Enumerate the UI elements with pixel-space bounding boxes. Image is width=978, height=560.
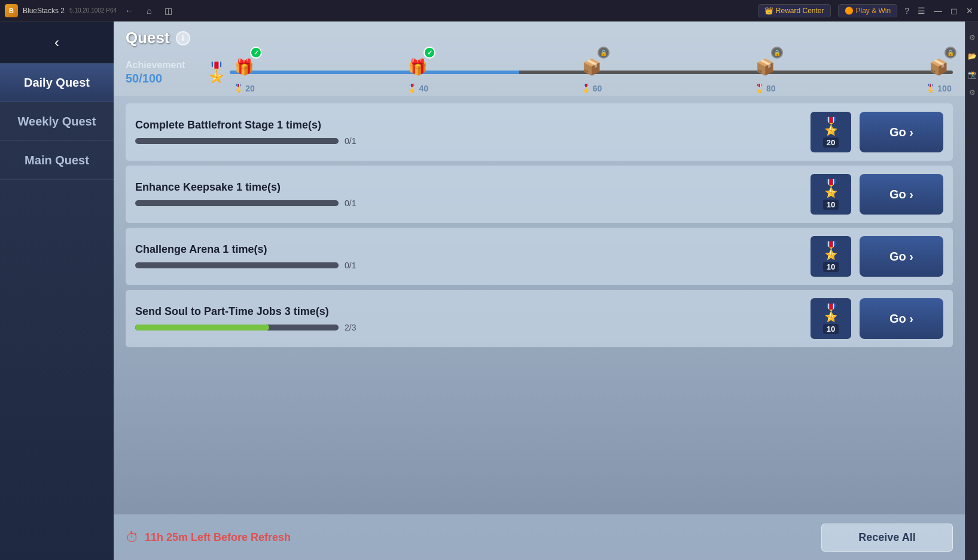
title-bar-nav: ← ⌂ ◫	[121, 5, 176, 17]
restore-button[interactable]: ◻	[950, 6, 958, 16]
milestone-100-points: 🎖️ 100	[925, 84, 951, 93]
achievement-section: Achievement 50/100 🎖️ 🎁 ✓	[126, 54, 953, 96]
quest-item-3-bar	[135, 262, 339, 268]
milestone-100: 📦 🔒 🎖️ 100	[924, 51, 953, 93]
help-button[interactable]: ?	[904, 6, 909, 16]
reward-points-2: 10	[823, 200, 839, 210]
timer-text: 11h 25m Left Before Refresh	[145, 531, 291, 544]
go-button-2[interactable]: Go ›	[860, 174, 943, 215]
reward-points-1: 20	[823, 137, 839, 148]
quest-item-2: Enhance Keepsake 1 time(s) 0/1 🎖️ 10 Go …	[126, 166, 953, 223]
milestone-60-lock: 🔒	[598, 47, 610, 59]
sidebar-item-main[interactable]: Main Quest	[0, 141, 114, 180]
quest-item-2-bar	[135, 200, 339, 206]
milestone-80-lock: 🔒	[771, 47, 783, 59]
milestone-60: 📦 🔒 🎖️ 60	[577, 51, 606, 93]
reward-medal-icon-3: 🎖️	[821, 241, 842, 261]
quest-item-3-reward: 🎖️ 10	[811, 236, 851, 277]
info-icon[interactable]: i	[176, 31, 190, 45]
milestone-20-icon: 🎁 ✓	[230, 51, 258, 82]
right-panel-icon-4[interactable]: ⚙	[968, 88, 976, 97]
right-panel-icon-2[interactable]: 📂	[968, 51, 976, 60]
reward-center-button[interactable]: 👑 Reward Center	[758, 4, 831, 17]
weekly-quest-label: Weekly Quest	[18, 114, 96, 128]
go-button-1[interactable]: Go ›	[860, 112, 943, 152]
quest-item-4-title: Send Soul to Part-Time Jobs 3 time(s)	[135, 305, 802, 318]
window-controls: ? ☰ — ◻ ✕	[904, 6, 973, 16]
reward-medal-icon-4: 🎖️	[821, 303, 842, 323]
sidebar-nav: Daily Quest Weekly Quest Main Quest	[0, 63, 114, 560]
close-button[interactable]: ✕	[966, 6, 973, 16]
quest-header: Quest i Achievement 50/100 🎖️	[114, 22, 965, 96]
coin-icon: 🟠	[845, 7, 854, 15]
milestone-80-points: 🎖️ 80	[754, 84, 776, 93]
milestone-20-points: 🎖️ 20	[233, 84, 255, 93]
timer-group: ⏱ 11h 25m Left Before Refresh	[126, 530, 291, 546]
right-panel-icon-3[interactable]: 📸	[968, 70, 976, 79]
reward-points-3: 10	[823, 262, 839, 272]
quest-item-1-progress-wrap: 0/1	[135, 136, 802, 146]
quest-item-1: Complete Battlefront Stage 1 time(s) 0/1…	[126, 103, 953, 161]
quest-item-4-fill	[135, 325, 269, 331]
reward-points-4: 10	[823, 324, 839, 334]
title-bar-right: 👑 Reward Center 🟠 Play & Win ? ☰ — ◻ ✕	[758, 4, 973, 17]
quest-item-4: Send Soul to Part-Time Jobs 3 time(s) 2/…	[126, 290, 953, 347]
quest-item-3-title: Challenge Arena 1 time(s)	[135, 243, 802, 256]
quest-item-2-progress-wrap: 0/1	[135, 198, 802, 208]
receive-all-button[interactable]: Receive All	[821, 524, 953, 552]
reward-medal-icon-2: 🎖️	[821, 179, 842, 198]
milestone-container: 🎁 ✓ 🎖️ 20 🎁 ✓	[230, 51, 953, 93]
quest-item-4-progress-text: 2/3	[345, 323, 356, 332]
back-arrow-icon: ‹	[54, 34, 59, 51]
go-button-4[interactable]: Go ›	[860, 298, 943, 339]
right-panel: ⚙ 📂 📸 ⚙	[965, 22, 978, 560]
quest-item-2-info: Enhance Keepsake 1 time(s) 0/1	[135, 181, 802, 208]
sidebar-item-weekly[interactable]: Weekly Quest	[0, 102, 114, 141]
minimize-button[interactable]: —	[934, 6, 942, 16]
go-button-3[interactable]: Go ›	[860, 236, 943, 277]
sidebar-item-daily[interactable]: Daily Quest	[0, 63, 114, 102]
quest-title: Quest	[126, 29, 170, 47]
quest-item-4-reward: 🎖️ 10	[811, 298, 851, 339]
quest-item-2-reward: 🎖️ 10	[811, 174, 851, 215]
nav-back-btn[interactable]: ←	[121, 5, 137, 17]
nav-windows-btn[interactable]: ◫	[161, 5, 176, 17]
play-win-label: Play & Win	[856, 7, 891, 15]
milestone-80: 📦 🔒 🎖️ 80	[751, 51, 779, 93]
right-panel-icon-1[interactable]: ⚙	[968, 33, 976, 42]
milestone-20: 🎁 ✓ 🎖️ 20	[230, 51, 258, 93]
quest-item-3-progress-wrap: 0/1	[135, 261, 802, 270]
back-button[interactable]: ‹	[0, 22, 114, 63]
title-bar-left: B BlueStacks 2 5.10.20.1002 P64 ← ⌂ ◫	[5, 4, 176, 17]
milestone-40: 🎁 ✓ 🎖️ 40	[403, 51, 432, 93]
app-version: 5.10.20.1002 P64	[69, 7, 117, 14]
play-win-button[interactable]: 🟠 Play & Win	[838, 4, 898, 17]
title-bar: B BlueStacks 2 5.10.20.1002 P64 ← ⌂ ◫ 👑 …	[0, 0, 978, 22]
quest-item-1-info: Complete Battlefront Stage 1 time(s) 0/1	[135, 119, 802, 146]
milestone-40-points: 🎖️ 40	[407, 84, 428, 93]
app-name: BlueStacks 2	[23, 7, 65, 15]
reward-medal-icon-1: 🎖️	[821, 117, 842, 136]
milestone-60-icon: 📦 🔒	[577, 51, 606, 82]
quest-item-3: Challenge Arena 1 time(s) 0/1 🎖️ 10 Go ›	[126, 228, 953, 285]
quest-item-4-progress-wrap: 2/3	[135, 323, 802, 332]
milestone-40-icon: 🎁 ✓	[403, 51, 432, 82]
start-medal-icon: 🎖️	[203, 59, 230, 85]
info-icon-label: i	[182, 33, 184, 42]
achievement-label-group: Achievement 50/100	[126, 60, 203, 85]
milestone-100-lock: 🔒	[945, 47, 956, 59]
milestone-60-points: 🎖️ 60	[581, 84, 602, 93]
quest-item-3-info: Challenge Arena 1 time(s) 0/1	[135, 243, 802, 270]
milestone-100-icon: 📦 🔒	[924, 51, 953, 82]
menu-button[interactable]: ☰	[918, 6, 925, 16]
quest-item-4-bar	[135, 325, 339, 331]
nav-home-btn[interactable]: ⌂	[143, 5, 155, 17]
main-quest-label: Main Quest	[25, 153, 89, 167]
main-content: ‹ Daily Quest Weekly Quest Main Quest Qu…	[0, 22, 978, 560]
milestone-20-check: ✓	[250, 47, 262, 59]
quest-item-1-reward: 🎖️ 20	[811, 112, 851, 152]
quest-item-1-title: Complete Battlefront Stage 1 time(s)	[135, 119, 802, 131]
crown-icon: 👑	[764, 7, 773, 15]
milestone-80-icon: 📦 🔒	[751, 51, 779, 82]
quest-area: Quest i Achievement 50/100 🎖️	[114, 22, 965, 560]
